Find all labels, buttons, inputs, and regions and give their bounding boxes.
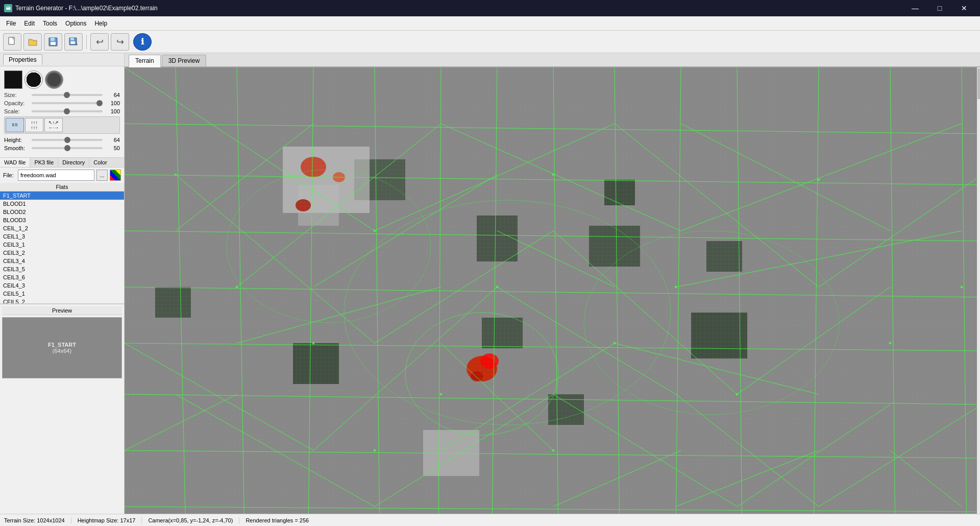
- properties-tab[interactable]: Properties: [3, 54, 42, 65]
- menu-file[interactable]: File: [2, 18, 20, 29]
- flats-label: Flats: [0, 183, 124, 192]
- new-button[interactable]: [3, 33, 21, 51]
- svg-rect-7: [70, 41, 75, 44]
- view-tabs: Terrain 3D Preview: [125, 53, 980, 67]
- flat-item-ceil36[interactable]: CEIL3_6: [0, 273, 124, 281]
- svg-rect-1: [13, 37, 14, 39]
- menu-help[interactable]: Help: [90, 18, 111, 29]
- flat-item-ceil34[interactable]: CEIL3_4: [0, 257, 124, 265]
- height-label: Height:: [4, 137, 30, 143]
- color-grid-button[interactable]: [110, 170, 121, 181]
- tab-wad-file[interactable]: WAD file: [0, 158, 30, 167]
- flat-item-ceil43[interactable]: CEIL4_3: [0, 281, 124, 290]
- texture-section: WAD file PK3 file Directory Color File: …: [0, 158, 124, 304]
- menu-edit[interactable]: Edit: [20, 18, 39, 29]
- menu-tools[interactable]: Tools: [39, 18, 61, 29]
- svg-point-83: [736, 393, 738, 395]
- svg-rect-6: [70, 38, 74, 40]
- flat-item-ceil51[interactable]: CEIL5_1: [0, 290, 124, 298]
- vertical-scrollbar-thumb[interactable]: [977, 68, 980, 99]
- scale-value: 100: [105, 108, 120, 114]
- svg-point-79: [496, 286, 498, 288]
- undo-button[interactable]: ↩: [90, 33, 109, 51]
- brush-shapes: [4, 70, 120, 89]
- opacity-slider[interactable]: [32, 102, 103, 104]
- flat-item-f1start[interactable]: F1_START: [0, 192, 124, 200]
- scale-slider[interactable]: [32, 110, 103, 112]
- brush-type-up[interactable]: ↑↑↑↑↑↑: [25, 118, 43, 132]
- flat-item-ceil52[interactable]: CEIL5_2: [0, 298, 124, 304]
- height-value: 64: [105, 137, 120, 143]
- main-layout: Properties Size: 64 Opacity: 100: [0, 53, 980, 514]
- svg-point-86: [236, 286, 238, 288]
- svg-point-75: [374, 230, 376, 232]
- svg-text:+: +: [76, 42, 78, 47]
- terrain-canvas[interactable]: [125, 67, 980, 514]
- flat-item-ceil12[interactable]: CEIL_1_2: [0, 224, 124, 232]
- flat-item-ceil32[interactable]: CEIL3_2: [0, 249, 124, 257]
- file-label: File:: [3, 172, 16, 178]
- brush-type-spread[interactable]: ↖↑↗←·→: [44, 118, 63, 132]
- opacity-row: Opacity: 100: [4, 100, 120, 106]
- close-button[interactable]: ✕: [952, 0, 976, 16]
- statusbar: Terrain Size: 1024x1024 Heightmap Size: …: [0, 514, 980, 526]
- maximize-button[interactable]: □: [928, 0, 951, 16]
- flat-item-blood3[interactable]: BLOOD3: [0, 216, 124, 224]
- redo-button[interactable]: ↪: [111, 33, 129, 51]
- status-terrain-size: Terrain Size: 1024x1024: [4, 517, 71, 523]
- terrain-visualization: [125, 67, 980, 514]
- menu-options[interactable]: Options: [61, 18, 90, 29]
- svg-point-88: [961, 286, 963, 288]
- flat-item-blood2[interactable]: BLOOD2: [0, 208, 124, 216]
- svg-point-78: [818, 179, 820, 181]
- status-rendered: Rendered triangles = 256: [246, 517, 315, 523]
- opacity-label: Opacity:: [4, 100, 30, 106]
- brush-square[interactable]: [4, 70, 22, 89]
- left-panel: Properties Size: 64 Opacity: 100: [0, 53, 125, 514]
- svg-point-76: [552, 174, 554, 176]
- vertical-scrollbar-track: [977, 67, 980, 514]
- save-as-button[interactable]: +: [64, 33, 83, 51]
- flat-item-blood1[interactable]: BLOOD1: [0, 200, 124, 208]
- tab-color[interactable]: Color: [89, 158, 111, 167]
- size-row: Size: 64: [4, 92, 120, 98]
- toolbar: + ↩ ↪ ℹ: [0, 31, 980, 53]
- size-slider[interactable]: [32, 94, 103, 96]
- brush-type-dots[interactable]: ⠿⠿: [6, 118, 24, 132]
- save-button[interactable]: [44, 33, 62, 51]
- flat-item-ceil35[interactable]: CEIL3_5: [0, 265, 124, 273]
- preview-flat-size: (64x64): [53, 348, 71, 354]
- file-input[interactable]: [18, 170, 94, 181]
- flat-item-ceil13[interactable]: CEIL1_3: [0, 232, 124, 241]
- svg-point-81: [614, 342, 616, 344]
- tab-directory[interactable]: Directory: [58, 158, 89, 167]
- tab-terrain[interactable]: Terrain: [129, 55, 161, 67]
- svg-point-77: [675, 286, 677, 288]
- flats-list[interactable]: F1_START BLOOD1 BLOOD2 BLOOD3 CEIL_1_2 C…: [0, 192, 124, 304]
- smooth-value: 50: [105, 145, 120, 151]
- preview-box: F1_START (64x64): [2, 317, 122, 378]
- tab-pk3-file[interactable]: PK3 file: [30, 158, 58, 167]
- info-button[interactable]: ℹ: [133, 33, 152, 51]
- preview-section: Preview F1_START (64x64): [0, 304, 124, 514]
- right-panel: Terrain 3D Preview: [125, 53, 980, 514]
- brush-circle-soft[interactable]: [45, 70, 63, 89]
- brush-section: Size: 64 Opacity: 100 Scale: 100 ⠿⠿ ↑↑↑↑…: [0, 66, 124, 158]
- minimize-button[interactable]: —: [903, 0, 927, 16]
- size-label: Size:: [4, 92, 30, 98]
- svg-point-84: [374, 449, 376, 451]
- svg-point-74: [175, 174, 177, 176]
- brush-types: ⠿⠿ ↑↑↑↑↑↑ ↖↑↗←·→: [4, 116, 120, 134]
- texture-tabs: WAD file PK3 file Directory Color: [0, 158, 124, 168]
- smooth-slider[interactable]: [32, 147, 103, 149]
- flat-item-ceil31[interactable]: CEIL3_1: [0, 241, 124, 249]
- svg-point-80: [312, 342, 314, 344]
- file-browse-button[interactable]: ...: [96, 170, 108, 181]
- grid-overlay: [125, 67, 980, 514]
- height-slider[interactable]: [32, 139, 103, 141]
- status-heightmap-size: Heightmap Size: 17x17: [78, 517, 142, 523]
- tab-3d-preview[interactable]: 3D Preview: [162, 55, 206, 66]
- window-controls: — □ ✕: [903, 0, 976, 16]
- open-button[interactable]: [23, 33, 42, 51]
- brush-circle-solid[interactable]: [24, 70, 43, 89]
